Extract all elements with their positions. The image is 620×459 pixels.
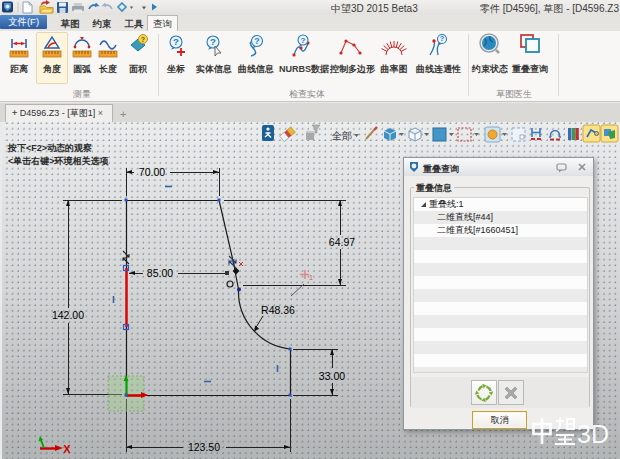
svg-text:?: ? bbox=[440, 34, 444, 43]
svg-text:全部: 全部 bbox=[331, 130, 352, 141]
svg-text:123.50: 123.50 bbox=[188, 441, 220, 453]
svg-text:142.00: 142.00 bbox=[52, 309, 84, 321]
svg-text:70.00: 70.00 bbox=[139, 166, 165, 178]
svg-text:33.00: 33.00 bbox=[319, 370, 345, 382]
svg-text:?: ? bbox=[301, 36, 306, 45]
svg-text:85.00: 85.00 bbox=[147, 267, 173, 279]
svg-text:?: ? bbox=[173, 36, 179, 47]
svg-text:?: ? bbox=[141, 36, 145, 43]
svg-text:1: 1 bbox=[309, 274, 313, 281]
svg-text:?: ? bbox=[254, 36, 259, 46]
svg-text:R48.36: R48.36 bbox=[261, 304, 295, 316]
svg-text:3D: 3D bbox=[577, 420, 609, 447]
svg-text:X: X bbox=[63, 443, 71, 455]
svg-text:64.97: 64.97 bbox=[329, 236, 355, 248]
